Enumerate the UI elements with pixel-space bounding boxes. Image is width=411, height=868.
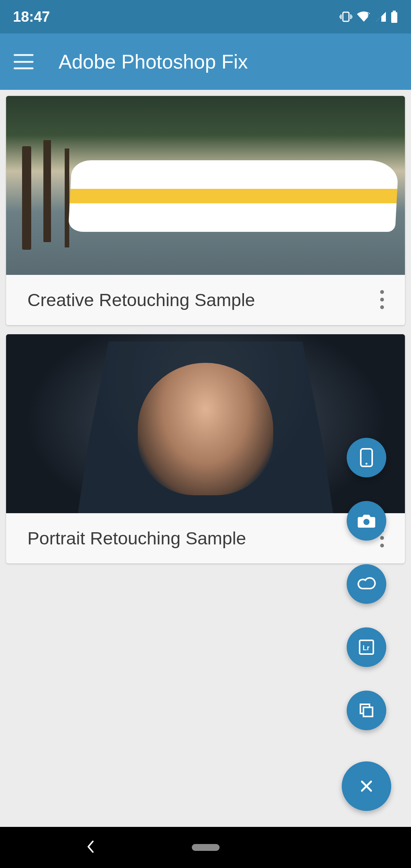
wifi-icon xyxy=(356,11,371,22)
svg-rect-1 xyxy=(391,12,397,23)
app-title: Adobe Photoshop Fix xyxy=(59,50,248,73)
svg-text:Lr: Lr xyxy=(363,644,370,652)
cellular-icon xyxy=(375,11,387,22)
status-icons xyxy=(339,11,398,23)
fab-stack: Lr xyxy=(342,438,391,811)
app-bar: Adobe Photoshop Fix xyxy=(0,34,411,90)
fab-from-creative-cloud[interactable] xyxy=(347,564,386,604)
home-handle[interactable] xyxy=(192,844,220,851)
close-icon xyxy=(359,779,374,794)
project-overflow-menu[interactable] xyxy=(371,290,393,309)
fab-from-phone[interactable] xyxy=(347,438,386,477)
svg-rect-2 xyxy=(393,11,396,12)
battery-icon xyxy=(390,11,398,23)
more-vert-icon xyxy=(380,290,384,309)
svg-rect-0 xyxy=(343,12,349,21)
fab-from-camera[interactable] xyxy=(347,501,386,541)
project-title: Creative Retouching Sample xyxy=(27,289,255,310)
phone-icon xyxy=(360,448,373,468)
fab-from-lightroom[interactable]: Lr xyxy=(347,627,386,667)
project-card[interactable]: Creative Retouching Sample xyxy=(6,96,405,325)
fab-from-files[interactable] xyxy=(347,691,386,730)
files-icon xyxy=(358,702,375,719)
vibrate-icon xyxy=(339,11,352,22)
camera-icon xyxy=(357,513,376,528)
creative-cloud-icon xyxy=(356,577,377,591)
svg-point-4 xyxy=(366,463,368,465)
project-card-footer: Creative Retouching Sample xyxy=(6,275,405,325)
status-time: 18:47 xyxy=(13,9,50,25)
menu-button[interactable] xyxy=(14,54,33,69)
fab-close[interactable] xyxy=(342,761,391,811)
lightroom-icon: Lr xyxy=(358,639,375,656)
project-title: Portrait Retouching Sample xyxy=(27,528,246,549)
status-bar: 18:47 xyxy=(0,0,411,34)
back-button[interactable] xyxy=(85,839,97,856)
project-thumbnail[interactable] xyxy=(6,96,405,275)
svg-point-5 xyxy=(363,519,370,525)
svg-rect-9 xyxy=(363,707,373,716)
system-nav-bar xyxy=(0,827,411,868)
